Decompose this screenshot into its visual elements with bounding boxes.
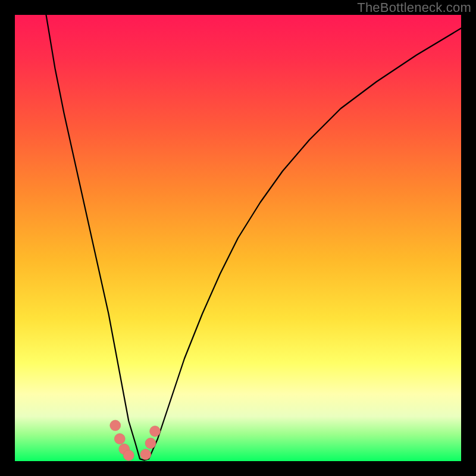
curve-marker <box>150 426 161 437</box>
curve-marker <box>145 438 156 449</box>
chart-frame: TheBottleneck.com <box>0 0 476 476</box>
plot-area <box>15 15 461 461</box>
curve-marker <box>123 450 134 461</box>
bottleneck-curve <box>46 15 462 461</box>
curve-layer <box>15 15 461 461</box>
curve-marker <box>114 434 125 444</box>
watermark-text: TheBottleneck.com <box>357 0 471 15</box>
curve-marker <box>140 449 151 460</box>
curve-marker <box>110 420 121 431</box>
